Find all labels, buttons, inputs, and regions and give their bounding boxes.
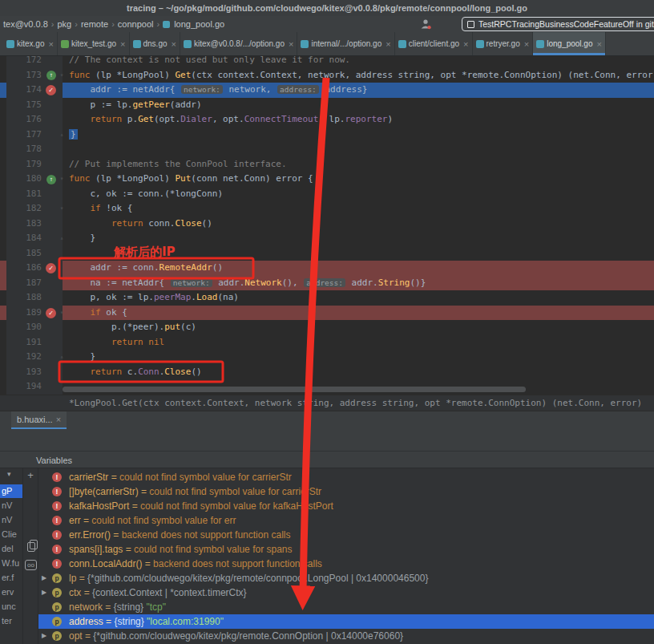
variables-row-carrierStr[interactable]: !carrierStr = could not find symbol valu… (38, 470, 654, 484)
editor-tab-client/client.go[interactable]: client/client.go× (395, 32, 473, 55)
implements-icon[interactable]: ↑ (46, 175, 56, 184)
gutter[interactable]: 174✓ (6, 83, 63, 98)
code-line-193[interactable]: 193 return c.Conn.Close() (0, 365, 654, 380)
code-line-179[interactable]: 179// Put implements the ConnPool interf… (0, 157, 654, 172)
gutter[interactable]: 192▵ (6, 350, 63, 365)
frame-item-fragment[interactable]: unc (2, 600, 16, 614)
code-line-174[interactable]: 174✓ addr := netAddr{ network: network, … (0, 83, 654, 98)
gutter[interactable]: 180↑▿ (6, 172, 63, 187)
gutter[interactable]: 191 (6, 335, 63, 350)
code-line-177[interactable]: 177▵} (0, 128, 654, 143)
variables-row-conn.LocalAddr()[interactable]: !conn.LocalAddr() = backend does not sup… (38, 557, 654, 571)
gutter[interactable]: 173↑▿ (6, 68, 63, 83)
fold-icon[interactable]: ▿ (58, 68, 66, 83)
close-icon[interactable]: × (56, 415, 61, 424)
code-editor[interactable]: 172// The context is not used but only l… (0, 56, 654, 395)
code-line-190[interactable]: 190 p.(*peer).put(c) (0, 320, 654, 335)
code-line-192[interactable]: 192▵ } (0, 350, 654, 365)
breadcrumb-item-tex@v0.0.8[interactable]: tex@v0.0.8 (2, 19, 50, 29)
editor-tab-kitex@v0.0.8/.../option.go[interactable]: kitex@v0.0.8/.../option.go× (180, 32, 297, 55)
code-line-172[interactable]: 172// The context is not used but only l… (0, 56, 654, 68)
code-line-187[interactable]: 187 na := netAddr{ network: addr.Network… (0, 276, 654, 291)
debug-session-tab[interactable]: b.huaxi... × (11, 411, 67, 429)
gutter[interactable]: 193 (6, 365, 63, 380)
code-line-191[interactable]: 191 return nil (0, 335, 654, 350)
code-line-188[interactable]: 188 p, ok := lp.peerMap.Load(na) (0, 290, 654, 306)
editor-tab-dns.go[interactable]: dns.go× (130, 32, 180, 55)
fold-icon[interactable]: ▿ (58, 306, 66, 321)
fold-icon[interactable]: ▵ (58, 350, 66, 365)
gutter[interactable]: 188 (6, 290, 63, 306)
editor-tab-kitex_test.go[interactable]: kitex_test.go× (58, 32, 130, 55)
code-line-178[interactable]: 178 (0, 142, 654, 157)
variables-row-[]byte(carrierStr)[interactable]: ![]byte(carrierStr) = could not find sym… (38, 484, 654, 499)
frame-item-fragment[interactable]: gP (0, 484, 22, 498)
gutter[interactable]: 176 (6, 112, 63, 128)
add-watch-button[interactable]: + (23, 470, 38, 481)
frame-item-fragment[interactable]: del (2, 542, 14, 556)
frame-item-fragment[interactable]: W.fu (2, 557, 19, 570)
watches-icon[interactable]: oo (25, 560, 37, 570)
breadcrumb-item-remote[interactable]: remote (79, 19, 110, 29)
gutter[interactable]: 189✓▿ (6, 306, 63, 321)
frame-item-fragment[interactable]: nV (2, 499, 12, 512)
gutter[interactable]: 183 (6, 217, 63, 232)
editor-tab-retryer.go[interactable]: retryer.go× (473, 32, 534, 55)
fold-icon[interactable]: ▵ (58, 128, 66, 143)
close-icon[interactable]: × (172, 39, 176, 49)
gutter[interactable]: 186✓ (6, 261, 63, 276)
variables-row-kafkaHostPort[interactable]: !kafkaHostPort = could not find symbol v… (38, 499, 654, 513)
horizontal-scrollbar[interactable] (63, 387, 526, 392)
breakpoint-icon[interactable]: ✓ (46, 85, 56, 95)
editor-tab-long_pool.go[interactable]: long_pool.go× (533, 32, 606, 55)
frame-item-fragment[interactable]: Clie (2, 528, 17, 541)
gutter[interactable]: 185 (6, 246, 63, 261)
code-line-183[interactable]: 183 return conn.Close() (0, 217, 654, 232)
breakpoint-icon[interactable]: ✓ (46, 308, 56, 318)
gutter[interactable]: 182▿ (6, 201, 63, 217)
gutter[interactable]: 178 (6, 142, 63, 157)
variables-row-lp[interactable]: ▶plp = {*github.com/cloudwego/kitex/pkg/… (38, 571, 654, 585)
breakpoint-icon[interactable]: ✓ (46, 263, 56, 273)
profile-icon[interactable] (420, 18, 431, 33)
chevron-down-icon[interactable]: ▾ (7, 470, 11, 478)
gutter[interactable]: 184▵ (6, 231, 63, 246)
code-line-176[interactable]: 176 return p.Get(opt.Dialer, opt.Connect… (0, 112, 654, 128)
expand-chevron-icon[interactable]: ▶ (42, 585, 46, 600)
expand-chevron-icon[interactable]: ▶ (42, 629, 46, 643)
gutter[interactable]: 190 (6, 320, 63, 335)
copy-icon[interactable] (27, 542, 35, 552)
close-icon[interactable]: × (48, 39, 53, 49)
variables-row-err[interactable]: !err = could not find symbol value for e… (38, 513, 654, 528)
breadcrumb-item-long_pool.go[interactable]: long_pool.go (172, 19, 226, 29)
implements-icon[interactable]: ↑ (46, 71, 56, 80)
frame-item-fragment[interactable]: erv (2, 585, 14, 599)
gutter[interactable]: 175 (6, 98, 63, 113)
code-line-173[interactable]: 173↑▿func (lp *LongPool) Get(ctx context… (0, 68, 654, 83)
code-line-186[interactable]: 186✓ addr := conn.RemoteAddr() (0, 261, 654, 276)
gutter[interactable]: 181 (6, 187, 63, 202)
variables-row-opt[interactable]: ▶popt = {*github.com/cloudwego/kitex/pkg… (38, 629, 654, 643)
frame-item-fragment[interactable]: er.f (2, 571, 14, 585)
variables-row-err.Error()[interactable]: !err.Error() = backend does not support … (38, 528, 654, 542)
code-line-180[interactable]: 180↑▿func (lp *LongPool) Put(conn net.Co… (0, 172, 654, 187)
editor-tab-kitex.go[interactable]: kitex.go× (3, 32, 58, 55)
expand-chevron-icon[interactable]: ▶ (42, 571, 46, 585)
close-icon[interactable]: × (289, 39, 293, 49)
variables-row-ctx[interactable]: ▶pctx = {context.Context | *context.time… (38, 585, 654, 600)
run-configuration-selector[interactable]: TestRPCTracingBusinessCodeFeatureOff in … (462, 17, 654, 31)
code-line-181[interactable]: 181 c, ok := conn.(*longConn) (0, 187, 654, 202)
code-line-185[interactable]: 185 (0, 246, 654, 261)
close-icon[interactable]: × (386, 39, 390, 49)
close-icon[interactable]: × (463, 39, 468, 49)
code-line-175[interactable]: 175 p := lp.getPeer(addr) (0, 98, 654, 113)
breadcrumb-item-pkg[interactable]: pkg (55, 19, 73, 29)
close-icon[interactable]: × (524, 39, 529, 49)
fold-icon[interactable]: ▿ (58, 201, 66, 217)
close-icon[interactable]: × (120, 39, 125, 49)
frame-item-fragment[interactable]: ter (2, 614, 12, 628)
fold-icon[interactable]: ▵ (58, 231, 66, 246)
gutter[interactable]: 177▵ (6, 128, 63, 143)
code-line-189[interactable]: 189✓▿ if ok { (0, 306, 654, 321)
variables-row-spans[i].tags[interactable]: !spans[i].tags = could not find symbol v… (38, 542, 654, 557)
